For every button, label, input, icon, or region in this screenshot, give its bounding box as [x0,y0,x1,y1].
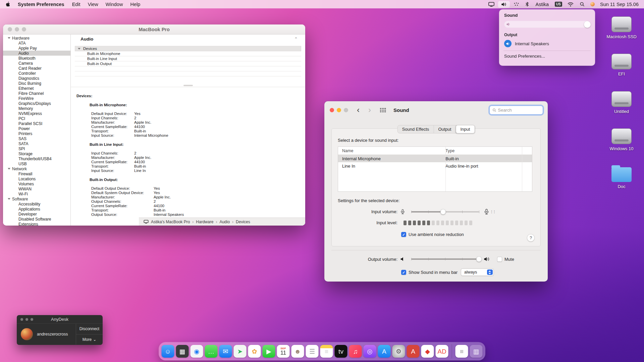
spotlight-search-icon[interactable] [577,2,588,7]
device-row[interactable]: Built-in Output [75,61,301,66]
search-field[interactable] [489,106,543,115]
dock-app[interactable]: A [407,345,420,358]
sidebar-item[interactable]: Accessibility [3,201,70,206]
disclosure-triangle-icon[interactable] [8,37,10,39]
sidebar-item[interactable]: Locations [3,176,70,181]
sidebar-item[interactable]: Volumes [3,181,70,186]
desktop-icon[interactable]: Macintosh SSD [601,16,642,39]
bluetooth-icon[interactable] [522,2,532,7]
desktop-icon[interactable]: EFI [601,54,642,76]
output-device-row[interactable]: Internal Speakers [504,40,590,47]
dock-app[interactable]: ✿ [248,345,261,358]
volume-icon[interactable] [611,16,632,32]
sidebar-item[interactable]: Audio [3,51,70,56]
display-status-icon[interactable] [485,2,497,7]
dock-app[interactable]: ◉ [191,345,203,358]
sidebar-item[interactable]: WWAN [3,186,70,191]
status-dot-icon[interactable] [590,2,595,6]
sidebar-item[interactable]: Card Reader [3,66,70,71]
sidebar-item[interactable]: Power [3,126,70,131]
dock-app[interactable]: ☰ [306,345,319,358]
breadcrumb-segment[interactable]: Hardware [190,220,213,224]
dock-app[interactable]: ◆ [421,345,434,358]
sound-toolbar[interactable]: ‹ › Sound [324,101,548,119]
sidebar-item[interactable]: Applications [3,206,70,212]
ambient-noise-checkbox[interactable]: Use ambient noise reduction [401,232,464,237]
volume-icon[interactable] [611,91,632,107]
table-row[interactable]: Internal Microphone Built-in [338,155,532,162]
tab[interactable]: Output [434,125,456,133]
sidebar-item[interactable]: Diagnostics [3,76,70,81]
sidebar-item[interactable]: Network [3,166,70,171]
keyboard-layout-badge[interactable]: US [555,2,562,7]
dock-app[interactable]: AD [436,345,448,358]
close-button[interactable] [330,108,334,112]
sidebar-item[interactable]: Thunderbolt/USB4 [3,156,70,161]
dock-app[interactable]: tv [335,345,347,358]
anydesk-titlebar[interactable]: AnyDesk [17,315,103,324]
breadcrumb-segment[interactable]: Audio [213,220,230,224]
menubar-frequency-select[interactable]: always [461,268,494,276]
sidebar-item[interactable]: Extensions [3,222,70,226]
more-button[interactable]: More ⌄ [76,334,103,345]
dock-app[interactable]: ☻ [291,345,304,358]
sidebar-item[interactable]: Camera [3,61,70,66]
sidebar-item[interactable]: Disabled Software [3,217,70,222]
sidebar-item[interactable]: Memory [3,106,70,111]
popover-volume-slider[interactable] [504,21,590,28]
sidebar-item[interactable]: Storage [3,151,70,156]
dock-app[interactable]: SEP 11 [277,345,290,358]
volume-icon[interactable] [611,128,632,144]
mute-checkbox[interactable]: Mute [497,257,514,262]
sound-preferences-link[interactable]: Sound Preferences... [504,54,590,59]
dock-app[interactable]: ◎ [364,345,376,358]
table-row[interactable]: Line In Audio line-in port [338,162,532,170]
sidebar-item[interactable]: Developer [3,212,70,217]
dock-app[interactable]: ▦ [176,345,189,358]
dock-app[interactable]: A [378,345,391,358]
sidebar-item[interactable]: Controller [3,71,70,76]
sidebar-item[interactable]: Graphics/Displays [3,101,70,106]
pane-splitter[interactable] [71,84,305,87]
sidebar-item[interactable]: USB [3,161,70,166]
desktop-icon[interactable]: Untitled [601,91,642,114]
volume-icon[interactable] [611,54,632,69]
zoom-button[interactable] [344,108,348,112]
show-all-grid-icon[interactable] [380,108,386,113]
sidebar-item[interactable]: NVMExpress [3,111,70,116]
menu-item[interactable]: Window [102,2,127,7]
sidebar-item[interactable]: Firewall [3,171,70,176]
column-header-name[interactable]: Name [338,148,445,153]
sidebar-item[interactable]: Wi-Fi [3,191,70,196]
sidebar-item[interactable]: SAS [3,136,70,141]
sidebar-item[interactable]: Apple Pay [3,46,70,51]
minimize-button[interactable] [337,108,341,112]
apple-menu[interactable] [0,1,14,7]
tab[interactable]: Input [455,125,475,133]
back-button[interactable]: ‹ [357,106,360,114]
menu-item[interactable]: Edit [68,2,84,7]
sidebar-item[interactable]: Fibre Channel [3,91,70,96]
sidebar-item[interactable]: FireWire [3,96,70,101]
sysinfo-titlebar[interactable]: MacBook Pro [3,24,305,35]
sidebar-item[interactable]: Parallel SCSI [3,121,70,126]
sidebar-item[interactable]: Hardware [3,36,70,41]
sidebar-item[interactable]: SPI [3,146,70,151]
sidebar-item[interactable]: ATA [3,41,70,46]
checkbox-box[interactable] [401,270,406,275]
forward-button[interactable]: › [368,106,371,114]
column-header-type[interactable]: Type [445,148,454,153]
dots-status-icon[interactable] [511,2,522,6]
wifi-icon[interactable] [565,2,577,7]
slider-track[interactable] [504,21,590,28]
sidebar-item[interactable]: PCI [3,116,70,121]
disclosure-triangle-icon[interactable] [78,48,80,50]
disclosure-triangle-icon[interactable] [8,198,10,200]
search-input[interactable] [498,108,540,113]
checkbox-box[interactable] [497,257,502,262]
show-sound-menubar-checkbox[interactable]: Show Sound in menu bar [401,270,458,275]
device-row[interactable]: Built-in Microphone [75,51,301,56]
dock-app[interactable]: … [205,345,218,358]
dock-app[interactable]: ☺ [162,345,174,358]
dock-app[interactable]: ▶ [263,345,275,358]
